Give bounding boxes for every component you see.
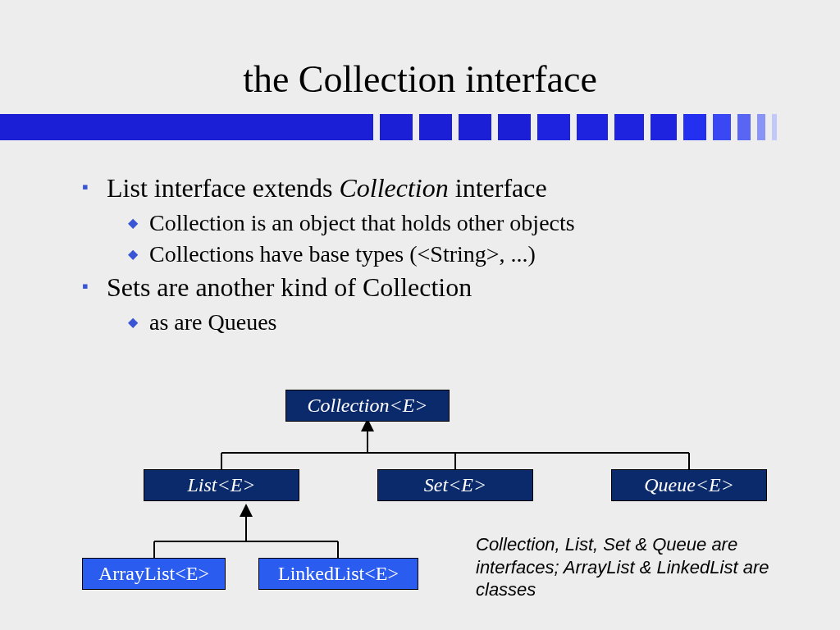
node-arraylist: ArrayList<E> (82, 558, 226, 590)
bullet-1-text-b: interface (449, 173, 547, 203)
node-collection: Collection<E> (285, 390, 450, 422)
bullet-1-1: Collection is an object that holds other… (82, 210, 791, 236)
bullet-2-1: as are Queues (82, 309, 791, 336)
decorative-stripe (0, 114, 840, 140)
node-queue: Queue<E> (611, 469, 767, 501)
bullet-1: List interface extends Collection interf… (82, 173, 791, 203)
content-area: List interface extends Collection interf… (0, 140, 840, 336)
node-set: Set<E> (377, 469, 533, 501)
node-linkedlist: LinkedList<E> (258, 558, 418, 590)
bullet-1-text-a: List interface extends (107, 173, 339, 203)
diagram-caption: Collection, List, Set & Queue are interf… (476, 533, 779, 601)
bullet-1-2: Collections have base types (<String>, .… (82, 241, 791, 267)
node-list: List<E> (144, 469, 299, 501)
bullet-1-em: Collection (339, 173, 448, 203)
bullet-2: Sets are another kind of Collection (82, 272, 791, 303)
slide-title: the Collection interface (0, 0, 840, 114)
